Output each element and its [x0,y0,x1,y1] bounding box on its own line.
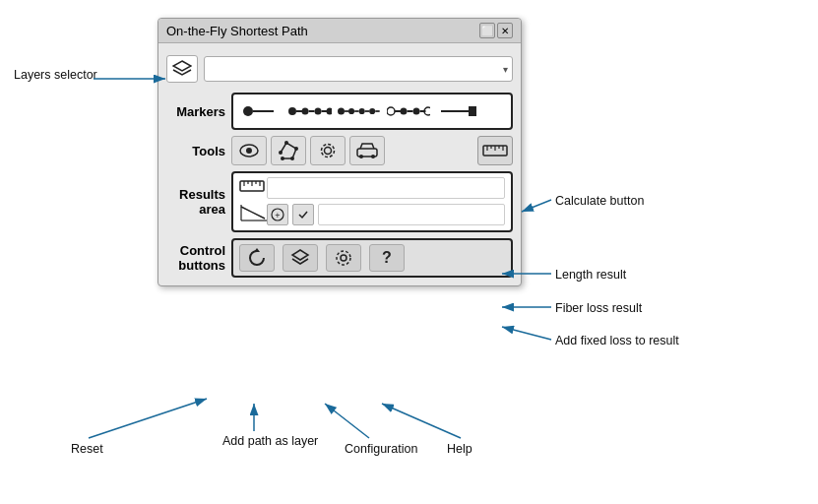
svg-point-16 [369,108,375,114]
svg-point-9 [327,108,333,115]
dialog-titlebar: On-the-Fly Shortest Path ⬜ ✕ [158,19,521,43]
validate-btn[interactable] [292,204,314,225]
annotation-add-path: Add path as layer [222,433,318,449]
close-button[interactable]: ✕ [497,23,513,38]
marker-icon-2 [288,102,332,120]
svg-marker-57 [254,248,260,252]
svg-point-30 [279,151,283,155]
markers-row: Markers [166,93,513,130]
annotation-help: Help [447,441,472,457]
svg-point-5 [302,108,309,115]
svg-point-3 [288,107,296,115]
svg-point-1 [243,106,253,116]
svg-point-7 [315,108,322,115]
svg-point-10 [338,107,345,114]
polygon-icon [279,141,298,160]
annotation-reset: Reset [71,441,103,457]
annotation-length: Length result [555,267,626,283]
marker-icon-4 [387,102,430,120]
svg-point-23 [413,108,420,115]
fiber-loss-icon [239,203,263,226]
svg-text:+: + [275,211,280,220]
svg-point-12 [348,108,354,114]
svg-point-21 [401,108,408,115]
length-icon [239,178,263,198]
results-label: Resultsarea [166,187,225,217]
view-tool-btn[interactable] [231,136,267,165]
fiber-loss-result-input[interactable] [318,204,505,225]
controls-label: Controlbuttons [166,243,225,273]
marker-icon-3 [338,102,381,120]
add-fixed-loss-btn[interactable]: + [267,204,288,225]
marker-btn-1[interactable] [239,98,283,124]
svg-point-36 [322,145,335,158]
tools-row: Tools [166,136,513,165]
marker-btn-2[interactable] [288,98,332,124]
fiber-loss-row: + [239,203,505,226]
markers-label: Markers [166,104,225,119]
eye-icon [239,144,259,158]
svg-point-19 [387,107,395,115]
layers-selector-row: ▾ [166,51,513,87]
layers-combo[interactable]: ▾ [204,56,513,82]
markers-group [231,93,513,130]
ruler-icon [482,143,508,158]
svg-marker-58 [292,250,308,260]
help-icon: ? [382,249,392,267]
svg-marker-0 [173,61,191,71]
annotation-add-fixed: Add fixed loss to result [555,333,679,348]
controls-group: ? [231,238,513,278]
length-result-input[interactable] [267,177,505,199]
svg-point-31 [284,141,288,145]
svg-point-32 [294,147,298,151]
help-button[interactable]: ? [369,244,405,272]
annotation-layers-selector: Layers selector [14,67,97,83]
tools-group [231,136,513,165]
select-tool-btn[interactable] [271,136,306,165]
marker-btn-3[interactable] [338,98,381,124]
marker-btn-4[interactable] [387,98,430,124]
configuration-button[interactable] [326,244,361,272]
svg-line-67 [89,399,207,438]
ruler-small-icon [239,178,265,194]
marker-icon-5 [439,102,476,120]
svg-rect-27 [469,106,476,116]
length-result-row [239,177,505,199]
results-group: + [231,171,513,232]
results-outer: Resultsarea [166,171,513,232]
config-gear-icon [334,248,353,268]
annotation-configuration: Configuration [345,441,417,457]
controls-row: Controlbuttons [166,238,513,278]
svg-line-63 [522,200,551,212]
combo-arrow-icon: ▾ [503,64,508,75]
car-icon [355,142,379,159]
svg-point-35 [325,148,332,155]
add-path-as-layer-button[interactable] [283,244,318,272]
svg-point-38 [359,155,363,158]
layers-icon [172,60,192,78]
annotation-fiber-loss: Fiber loss result [555,300,642,316]
minimize-button[interactable]: ⬜ [479,23,495,38]
diagram-container: On-the-Fly Shortest Path ⬜ ✕ ▾ [0,0,818,504]
add-fixed-icon: + [271,208,284,221]
svg-point-14 [359,108,365,114]
settings-tool-btn[interactable] [310,136,346,165]
dialog-window: On-the-Fly Shortest Path ⬜ ✕ ▾ [157,18,522,286]
svg-line-69 [325,404,369,438]
reset-button[interactable] [239,244,275,272]
gear-icon [318,141,338,160]
tools-label: Tools [166,144,225,158]
routing-tool-btn[interactable] [349,136,385,165]
dialog-title: On-the-Fly Shortest Path [166,24,308,38]
marker-btn-5[interactable] [436,98,479,124]
reset-icon [247,248,267,268]
svg-line-70 [382,404,461,438]
fiber-loss-chart-icon [239,203,269,222]
layers-icon-button[interactable] [166,55,198,83]
svg-point-39 [371,155,375,158]
dialog-body: ▾ Markers [158,43,521,285]
dialog-buttons: ⬜ ✕ [479,23,513,38]
marker-icon-1 [242,102,280,120]
calculate-button[interactable] [477,136,513,165]
svg-line-66 [502,327,551,340]
